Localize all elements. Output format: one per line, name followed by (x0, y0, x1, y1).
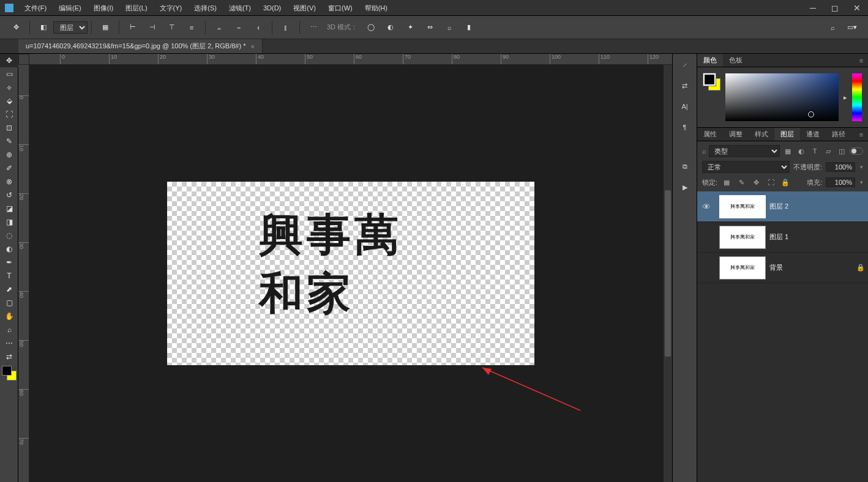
menu-text[interactable]: 文字(Y) (154, 0, 189, 16)
filter-smart-icon[interactable]: ◫ (836, 146, 847, 157)
auto-select-icon[interactable]: ◧ (35, 19, 52, 36)
tab-color[interactable]: 颜色 (697, 54, 723, 67)
menu-view[interactable]: 视图(V) (287, 0, 322, 16)
filter-pixel-icon[interactable]: ▦ (782, 146, 793, 157)
more-options-icon[interactable]: ⋯ (305, 19, 322, 36)
move-tool-icon[interactable]: ✥ (7, 19, 24, 36)
brush-tool[interactable]: ✐ (0, 161, 18, 175)
align-top-icon[interactable]: ⫠ (211, 19, 228, 36)
frame-tool[interactable]: ⊡ (0, 121, 18, 135)
filter-adjust-icon[interactable]: ◐ (796, 146, 807, 157)
menu-edit[interactable]: 编辑(E) (53, 0, 88, 16)
layer-name[interactable]: 图层 1 (769, 232, 868, 242)
maximize-button[interactable]: ◻ (824, 0, 846, 16)
app-logo-icon[interactable] (5, 4, 13, 12)
layer-visibility-icon[interactable]: 👁 (697, 202, 716, 212)
menu-file[interactable]: 文件(F) (18, 0, 53, 16)
3d-slide-icon[interactable]: ⇔ (421, 19, 438, 36)
shape-tool[interactable]: ▢ (0, 296, 18, 310)
menu-3d[interactable]: 3D(D) (257, 0, 287, 16)
layer-thumbnail[interactable]: 興事萬和家 (719, 195, 766, 218)
document-tab[interactable]: u=1074146029,469243219&fm=15&gp=0.jpg @ … (18, 39, 263, 53)
lock-image-icon[interactable]: ✎ (736, 177, 747, 188)
crop-tool[interactable]: ⛶ (0, 108, 18, 121)
zoom-tool[interactable]: ⌕ (0, 323, 18, 336)
move-tool[interactable]: ✥ (0, 54, 18, 67)
fill-dropdown-icon[interactable]: ▾ (860, 179, 863, 185)
ruler-horizontal[interactable]: 0 10 20 30 40 50 60 70 80 90 100 110 120 (29, 54, 672, 65)
3d-zoom-icon[interactable]: ⌕ (441, 19, 458, 36)
stamp-tool[interactable]: ⊗ (0, 175, 18, 188)
layers-panel-menu-icon[interactable]: ≡ (855, 128, 868, 141)
close-tab-icon[interactable]: × (250, 43, 254, 50)
align-middle-icon[interactable]: ⫟ (230, 19, 247, 36)
layer-lock-icon[interactable]: 🔒 (853, 264, 868, 272)
filter-shape-icon[interactable]: ▱ (823, 146, 834, 157)
close-button[interactable]: ✕ (846, 0, 868, 16)
tab-properties[interactable]: 属性 (697, 128, 723, 141)
opacity-value[interactable]: 100% (826, 162, 855, 172)
lock-all-icon[interactable]: 🔒 (780, 177, 791, 188)
filter-type-icon[interactable]: T (809, 146, 820, 157)
layer-filter-dropdown[interactable]: 类型 (709, 145, 780, 157)
marquee-tool[interactable]: ▭ (0, 67, 18, 81)
history-brush-tool[interactable]: ↺ (0, 188, 18, 202)
tab-channels[interactable]: 通道 (800, 128, 826, 141)
history-panel-icon[interactable]: ⧉ (676, 159, 694, 174)
menu-image[interactable]: 图像(I) (88, 0, 119, 16)
menu-select[interactable]: 选择(S) (188, 0, 223, 16)
blur-tool[interactable]: ◌ (0, 229, 18, 242)
fill-value[interactable]: 100% (826, 177, 855, 187)
align-left-icon[interactable]: ⊢ (124, 19, 141, 36)
blend-mode-dropdown[interactable]: 正常 (702, 161, 790, 173)
canvas[interactable]: 興事萬和家 (167, 182, 534, 365)
pen-tool[interactable]: ✒ (0, 256, 18, 269)
3d-orbit-icon[interactable]: ◯ (362, 19, 380, 36)
character-icon[interactable]: A| (676, 99, 694, 114)
tab-swatches[interactable]: 色板 (723, 54, 749, 67)
color-field[interactable] (725, 73, 839, 121)
layer-thumbnail[interactable]: 興事萬和家 (719, 256, 766, 280)
lock-transparent-icon[interactable]: ▦ (721, 177, 732, 188)
swap-panel-icon[interactable]: ⇄ (676, 78, 694, 93)
distribute-icon[interactable]: ⫿ (277, 19, 294, 36)
filter-toggle[interactable] (850, 147, 863, 155)
menu-layer[interactable]: 图层(L) (119, 0, 153, 16)
magic-wand-tool[interactable]: ⬙ (0, 94, 18, 108)
layer-item[interactable]: 興事萬和家 图层 1 (697, 222, 868, 253)
layer-name[interactable]: 背景 (769, 263, 853, 272)
layer-thumbnail[interactable]: 興事萬和家 (719, 226, 766, 249)
3d-camera-icon[interactable]: ▮ (460, 19, 477, 36)
eraser-tool[interactable]: ◪ (0, 202, 18, 215)
menu-window[interactable]: 窗口(W) (322, 0, 359, 16)
healing-tool[interactable]: ⊕ (0, 148, 18, 161)
eyedropper-tool[interactable]: ✎ (0, 135, 18, 148)
brush-settings-icon[interactable]: ⟋ (676, 57, 694, 72)
transform-controls-icon[interactable]: ▦ (97, 19, 114, 36)
opacity-dropdown-icon[interactable]: ▾ (860, 164, 863, 170)
swap-colors-icon[interactable]: ⇄ (0, 350, 18, 363)
3d-roll-icon[interactable]: ◐ (382, 19, 399, 36)
path-tool[interactable]: ⬈ (0, 283, 18, 296)
tab-styles[interactable]: 样式 (749, 128, 774, 141)
align-center-h-icon[interactable]: ⊣ (144, 19, 161, 36)
tab-paths[interactable]: 路径 (826, 128, 851, 141)
align-right-icon[interactable]: ⊤ (163, 19, 181, 36)
auto-select-dropdown[interactable]: 图层 (53, 21, 88, 34)
ruler-vertical[interactable]: 0 10 20 30 40 50 60 70 (18, 65, 29, 482)
tab-adjustments[interactable]: 调整 (723, 128, 749, 141)
align-justify-icon[interactable]: ≡ (183, 19, 200, 36)
hue-slider-handle[interactable]: ▸ (844, 94, 847, 102)
tab-layers[interactable]: 图层 (774, 128, 800, 141)
ruler-origin[interactable] (18, 54, 29, 65)
menu-help[interactable]: 帮助(H) (359, 0, 394, 16)
lock-position-icon[interactable]: ✥ (750, 177, 761, 188)
vertical-scrollbar[interactable] (664, 65, 672, 482)
layer-name[interactable]: 图层 2 (769, 202, 868, 211)
align-bottom-icon[interactable]: ⫞ (250, 19, 267, 36)
type-tool[interactable]: T (0, 269, 18, 283)
paragraph-icon[interactable]: ¶ (676, 120, 694, 135)
gradient-tool[interactable]: ◨ (0, 215, 18, 229)
3d-pan-icon[interactable]: ✦ (402, 19, 419, 36)
search-icon[interactable]: ⌕ (824, 19, 841, 36)
